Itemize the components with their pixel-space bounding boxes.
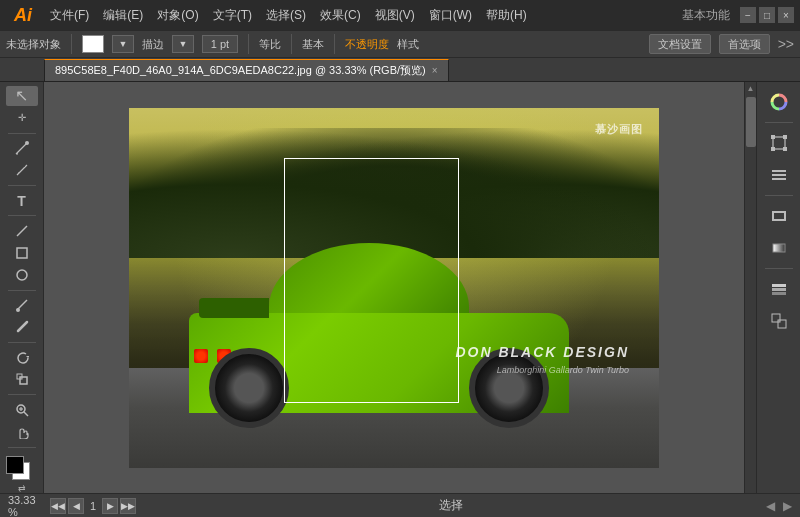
pencil-tool[interactable] <box>6 160 38 180</box>
tool-separator-6 <box>8 394 36 395</box>
options-expand-icon[interactable]: >> <box>778 36 794 52</box>
last-page-button[interactable]: ▶▶ <box>120 498 136 514</box>
svg-point-4 <box>16 308 20 312</box>
menu-edit[interactable]: 编辑(E) <box>97 5 149 26</box>
prev-page-button[interactable]: ◀ <box>68 498 84 514</box>
selection-tool[interactable]: ↖ <box>6 86 38 106</box>
no-selection-label: 未选择对象 <box>6 37 61 52</box>
artboards-panel-button[interactable] <box>763 307 795 335</box>
workspace-label[interactable]: 基本功能 <box>682 7 730 24</box>
car-spoiler <box>199 298 269 318</box>
close-button[interactable]: × <box>778 7 794 23</box>
rectangle-tool[interactable] <box>6 243 38 263</box>
svg-rect-14 <box>783 135 787 139</box>
stroke-dropdown[interactable]: ▼ <box>172 35 194 53</box>
opacity-label: 不透明度 <box>345 37 389 52</box>
hand-tool[interactable] <box>6 422 38 442</box>
rt-separator-1 <box>765 122 793 123</box>
car-image: DON BLACK DESIGN Lamborghini Gallardo Tw… <box>129 108 659 468</box>
menu-bar: 文件(F) 编辑(E) 对象(O) 文字(T) 选择(S) 效果(C) 视图(V… <box>44 5 678 26</box>
status-select-label: 选择 <box>439 498 463 512</box>
doc-settings-button[interactable]: 文档设置 <box>649 34 711 54</box>
zoom-level: 33.33 % <box>8 494 44 518</box>
maximize-button[interactable]: □ <box>759 7 775 23</box>
gradient-panel-button[interactable] <box>763 234 795 262</box>
scroll-thumb[interactable] <box>746 97 756 147</box>
layers-panel-button[interactable] <box>763 275 795 303</box>
status-right-arrow[interactable]: ▶ <box>783 499 792 513</box>
scroll-up-arrow[interactable]: ▲ <box>747 84 755 93</box>
scale-tool[interactable] <box>6 369 38 389</box>
menu-select[interactable]: 选择(S) <box>260 5 312 26</box>
pen-tool[interactable] <box>6 138 38 158</box>
ellipse-tool[interactable] <box>6 265 38 285</box>
tool-separator-3 <box>8 215 36 216</box>
svg-line-8 <box>24 412 28 416</box>
car-body <box>189 233 589 413</box>
separator-3 <box>291 34 292 54</box>
svg-point-0 <box>25 141 29 145</box>
menu-window[interactable]: 窗口(W) <box>423 5 478 26</box>
menu-effect[interactable]: 效果(C) <box>314 5 367 26</box>
design-text-overlay: DON BLACK DESIGN Lamborghini Gallardo Tw… <box>455 341 629 378</box>
stroke-width-input[interactable] <box>202 35 238 53</box>
stroke-label: 描边 <box>142 37 164 52</box>
rotate-tool[interactable] <box>6 348 38 368</box>
watermark: 慕沙画图 <box>595 122 643 137</box>
canvas-container: DON BLACK DESIGN Lamborghini Gallardo Tw… <box>129 108 659 468</box>
svg-rect-22 <box>772 292 786 295</box>
window-controls: − □ × <box>740 7 794 23</box>
fill-swatch[interactable] <box>82 35 104 53</box>
type-tool[interactable]: T <box>6 191 38 211</box>
stroke-panel-button[interactable] <box>763 202 795 230</box>
transform-panel-button[interactable] <box>763 129 795 157</box>
next-page-button[interactable]: ▶ <box>102 498 118 514</box>
align-panel-button[interactable] <box>763 161 795 189</box>
status-bar: 33.33 % ◀◀ ◀ 1 ▶ ▶▶ 选择 ◀ ▶ <box>0 493 800 517</box>
svg-rect-2 <box>17 248 27 258</box>
fill-dropdown[interactable]: ▼ <box>112 35 134 53</box>
svg-line-1 <box>17 226 27 236</box>
menu-help[interactable]: 帮助(H) <box>480 5 533 26</box>
color-panel-button[interactable] <box>763 88 795 116</box>
swap-colors-icon[interactable]: ⇄ <box>6 483 38 493</box>
vertical-scrollbar[interactable]: ▲ <box>744 82 756 493</box>
menu-view[interactable]: 视图(V) <box>369 5 421 26</box>
blob-brush-tool[interactable] <box>6 317 38 337</box>
first-page-button[interactable]: ◀◀ <box>50 498 66 514</box>
svg-rect-26 <box>778 320 786 328</box>
basic-label: 基本 <box>302 37 324 52</box>
svg-rect-17 <box>772 170 786 172</box>
tab-close-button[interactable]: × <box>432 65 438 76</box>
minimize-button[interactable]: − <box>740 7 756 23</box>
foreground-color-swatch[interactable] <box>6 456 24 474</box>
direct-selection-tool[interactable]: ✛ <box>6 108 38 128</box>
paintbrush-tool[interactable] <box>6 295 38 315</box>
rt-separator-2 <box>765 195 793 196</box>
title-right: 基本功能 − □ × <box>682 7 794 24</box>
tab-bar: 895C58E8_F40D_46A0_914A_6DC9AEDA8C22.jpg… <box>0 58 800 82</box>
line-tool[interactable] <box>6 221 38 241</box>
status-center-label: 选择 <box>142 497 760 514</box>
design-sub-text: Lamborghini Gallardo Twin Turbo <box>455 363 629 377</box>
options-bar: 未选择对象 ▼ 描边 ▼ 等比 基本 不透明度 样式 文档设置 首选项 >> <box>0 30 800 58</box>
status-left-arrow[interactable]: ◀ <box>766 499 775 513</box>
watermark-text: 慕沙画图 <box>595 122 643 137</box>
svg-rect-25 <box>772 314 780 322</box>
left-toolbar: ↖ ✛ T <box>0 82 44 493</box>
zoom-tool[interactable] <box>6 400 38 420</box>
document-canvas[interactable]: DON BLACK DESIGN Lamborghini Gallardo Tw… <box>129 108 659 468</box>
menu-text[interactable]: 文字(T) <box>207 5 258 26</box>
preferences-button[interactable]: 首选项 <box>719 34 770 54</box>
title-bar: Ai 文件(F) 编辑(E) 对象(O) 文字(T) 选择(S) 效果(C) 视… <box>0 0 800 30</box>
current-page: 1 <box>90 500 96 512</box>
svg-rect-13 <box>771 135 775 139</box>
svg-rect-19 <box>772 178 786 180</box>
svg-rect-20 <box>773 212 785 220</box>
document-tab[interactable]: 895C58E8_F40D_46A0_914A_6DC9AEDA8C22.jpg… <box>44 59 449 81</box>
menu-file[interactable]: 文件(F) <box>44 5 95 26</box>
separator-1 <box>71 34 72 54</box>
svg-rect-21 <box>773 244 785 252</box>
tool-separator-7 <box>8 447 36 448</box>
menu-object[interactable]: 对象(O) <box>151 5 204 26</box>
